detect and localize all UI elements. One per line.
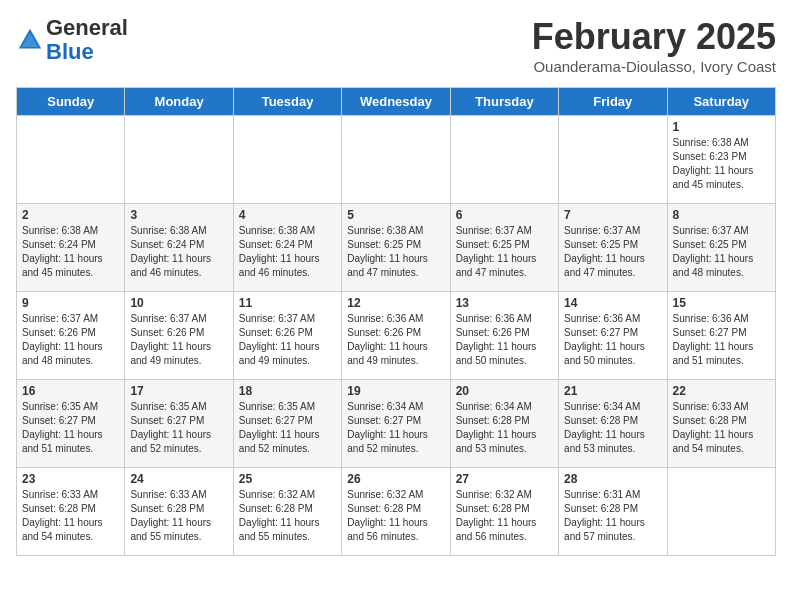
day-info: Sunrise: 6:38 AM Sunset: 6:23 PM Dayligh…	[673, 136, 770, 192]
day-number: 17	[130, 384, 227, 398]
calendar-cell: 28Sunrise: 6:31 AM Sunset: 6:28 PM Dayli…	[559, 468, 667, 556]
day-info: Sunrise: 6:34 AM Sunset: 6:28 PM Dayligh…	[564, 400, 661, 456]
calendar-cell	[233, 116, 341, 204]
calendar-cell: 14Sunrise: 6:36 AM Sunset: 6:27 PM Dayli…	[559, 292, 667, 380]
day-info: Sunrise: 6:36 AM Sunset: 6:26 PM Dayligh…	[456, 312, 553, 368]
weekday-sunday: Sunday	[17, 88, 125, 116]
day-info: Sunrise: 6:33 AM Sunset: 6:28 PM Dayligh…	[130, 488, 227, 544]
weekday-saturday: Saturday	[667, 88, 775, 116]
day-info: Sunrise: 6:37 AM Sunset: 6:26 PM Dayligh…	[130, 312, 227, 368]
logo-blue: Blue	[46, 39, 94, 64]
calendar-cell: 2Sunrise: 6:38 AM Sunset: 6:24 PM Daylig…	[17, 204, 125, 292]
day-number: 6	[456, 208, 553, 222]
day-info: Sunrise: 6:33 AM Sunset: 6:28 PM Dayligh…	[673, 400, 770, 456]
day-number: 2	[22, 208, 119, 222]
calendar-cell: 12Sunrise: 6:36 AM Sunset: 6:26 PM Dayli…	[342, 292, 450, 380]
day-number: 13	[456, 296, 553, 310]
day-info: Sunrise: 6:36 AM Sunset: 6:26 PM Dayligh…	[347, 312, 444, 368]
day-info: Sunrise: 6:38 AM Sunset: 6:25 PM Dayligh…	[347, 224, 444, 280]
day-info: Sunrise: 6:38 AM Sunset: 6:24 PM Dayligh…	[22, 224, 119, 280]
day-number: 23	[22, 472, 119, 486]
calendar-cell: 22Sunrise: 6:33 AM Sunset: 6:28 PM Dayli…	[667, 380, 775, 468]
calendar-cell	[125, 116, 233, 204]
calendar-week-3: 9Sunrise: 6:37 AM Sunset: 6:26 PM Daylig…	[17, 292, 776, 380]
logo-general: General	[46, 15, 128, 40]
day-info: Sunrise: 6:37 AM Sunset: 6:26 PM Dayligh…	[239, 312, 336, 368]
calendar-cell: 1Sunrise: 6:38 AM Sunset: 6:23 PM Daylig…	[667, 116, 775, 204]
weekday-tuesday: Tuesday	[233, 88, 341, 116]
calendar-cell: 9Sunrise: 6:37 AM Sunset: 6:26 PM Daylig…	[17, 292, 125, 380]
day-number: 19	[347, 384, 444, 398]
day-number: 5	[347, 208, 444, 222]
calendar-cell: 13Sunrise: 6:36 AM Sunset: 6:26 PM Dayli…	[450, 292, 558, 380]
day-info: Sunrise: 6:32 AM Sunset: 6:28 PM Dayligh…	[239, 488, 336, 544]
calendar-week-4: 16Sunrise: 6:35 AM Sunset: 6:27 PM Dayli…	[17, 380, 776, 468]
day-info: Sunrise: 6:33 AM Sunset: 6:28 PM Dayligh…	[22, 488, 119, 544]
day-info: Sunrise: 6:36 AM Sunset: 6:27 PM Dayligh…	[673, 312, 770, 368]
calendar-cell: 25Sunrise: 6:32 AM Sunset: 6:28 PM Dayli…	[233, 468, 341, 556]
day-info: Sunrise: 6:37 AM Sunset: 6:25 PM Dayligh…	[673, 224, 770, 280]
calendar-cell: 5Sunrise: 6:38 AM Sunset: 6:25 PM Daylig…	[342, 204, 450, 292]
calendar-cell: 8Sunrise: 6:37 AM Sunset: 6:25 PM Daylig…	[667, 204, 775, 292]
day-number: 3	[130, 208, 227, 222]
day-number: 12	[347, 296, 444, 310]
calendar-cell: 23Sunrise: 6:33 AM Sunset: 6:28 PM Dayli…	[17, 468, 125, 556]
location: Ouanderama-Dioulasso, Ivory Coast	[532, 58, 776, 75]
calendar-cell: 16Sunrise: 6:35 AM Sunset: 6:27 PM Dayli…	[17, 380, 125, 468]
day-number: 20	[456, 384, 553, 398]
day-info: Sunrise: 6:38 AM Sunset: 6:24 PM Dayligh…	[130, 224, 227, 280]
calendar-week-5: 23Sunrise: 6:33 AM Sunset: 6:28 PM Dayli…	[17, 468, 776, 556]
logo-icon	[16, 26, 44, 54]
day-number: 10	[130, 296, 227, 310]
day-info: Sunrise: 6:31 AM Sunset: 6:28 PM Dayligh…	[564, 488, 661, 544]
calendar-cell: 26Sunrise: 6:32 AM Sunset: 6:28 PM Dayli…	[342, 468, 450, 556]
calendar-cell: 4Sunrise: 6:38 AM Sunset: 6:24 PM Daylig…	[233, 204, 341, 292]
calendar-cell: 18Sunrise: 6:35 AM Sunset: 6:27 PM Dayli…	[233, 380, 341, 468]
day-number: 18	[239, 384, 336, 398]
weekday-thursday: Thursday	[450, 88, 558, 116]
calendar-week-1: 1Sunrise: 6:38 AM Sunset: 6:23 PM Daylig…	[17, 116, 776, 204]
day-number: 21	[564, 384, 661, 398]
day-number: 11	[239, 296, 336, 310]
title-area: February 2025 Ouanderama-Dioulasso, Ivor…	[532, 16, 776, 75]
day-number: 27	[456, 472, 553, 486]
calendar-cell: 17Sunrise: 6:35 AM Sunset: 6:27 PM Dayli…	[125, 380, 233, 468]
calendar-cell: 11Sunrise: 6:37 AM Sunset: 6:26 PM Dayli…	[233, 292, 341, 380]
calendar-cell: 7Sunrise: 6:37 AM Sunset: 6:25 PM Daylig…	[559, 204, 667, 292]
calendar-cell: 24Sunrise: 6:33 AM Sunset: 6:28 PM Dayli…	[125, 468, 233, 556]
day-number: 14	[564, 296, 661, 310]
calendar-cell: 20Sunrise: 6:34 AM Sunset: 6:28 PM Dayli…	[450, 380, 558, 468]
day-info: Sunrise: 6:38 AM Sunset: 6:24 PM Dayligh…	[239, 224, 336, 280]
calendar-cell	[559, 116, 667, 204]
day-number: 28	[564, 472, 661, 486]
weekday-row: SundayMondayTuesdayWednesdayThursdayFrid…	[17, 88, 776, 116]
day-number: 24	[130, 472, 227, 486]
day-info: Sunrise: 6:36 AM Sunset: 6:27 PM Dayligh…	[564, 312, 661, 368]
weekday-monday: Monday	[125, 88, 233, 116]
month-title: February 2025	[532, 16, 776, 58]
day-info: Sunrise: 6:35 AM Sunset: 6:27 PM Dayligh…	[130, 400, 227, 456]
calendar-cell: 6Sunrise: 6:37 AM Sunset: 6:25 PM Daylig…	[450, 204, 558, 292]
day-info: Sunrise: 6:35 AM Sunset: 6:27 PM Dayligh…	[22, 400, 119, 456]
day-info: Sunrise: 6:35 AM Sunset: 6:27 PM Dayligh…	[239, 400, 336, 456]
day-info: Sunrise: 6:32 AM Sunset: 6:28 PM Dayligh…	[456, 488, 553, 544]
day-number: 7	[564, 208, 661, 222]
calendar-header: SundayMondayTuesdayWednesdayThursdayFrid…	[17, 88, 776, 116]
day-info: Sunrise: 6:37 AM Sunset: 6:25 PM Dayligh…	[564, 224, 661, 280]
calendar-cell: 21Sunrise: 6:34 AM Sunset: 6:28 PM Dayli…	[559, 380, 667, 468]
weekday-wednesday: Wednesday	[342, 88, 450, 116]
calendar-body: 1Sunrise: 6:38 AM Sunset: 6:23 PM Daylig…	[17, 116, 776, 556]
calendar-cell: 10Sunrise: 6:37 AM Sunset: 6:26 PM Dayli…	[125, 292, 233, 380]
page-header: General Blue February 2025 Ouanderama-Di…	[16, 16, 776, 75]
day-info: Sunrise: 6:32 AM Sunset: 6:28 PM Dayligh…	[347, 488, 444, 544]
day-info: Sunrise: 6:34 AM Sunset: 6:28 PM Dayligh…	[456, 400, 553, 456]
logo: General Blue	[16, 16, 128, 64]
day-info: Sunrise: 6:37 AM Sunset: 6:25 PM Dayligh…	[456, 224, 553, 280]
calendar-cell: 15Sunrise: 6:36 AM Sunset: 6:27 PM Dayli…	[667, 292, 775, 380]
day-number: 26	[347, 472, 444, 486]
calendar-table: SundayMondayTuesdayWednesdayThursdayFrid…	[16, 87, 776, 556]
day-number: 25	[239, 472, 336, 486]
calendar-cell: 27Sunrise: 6:32 AM Sunset: 6:28 PM Dayli…	[450, 468, 558, 556]
day-number: 9	[22, 296, 119, 310]
calendar-cell	[17, 116, 125, 204]
